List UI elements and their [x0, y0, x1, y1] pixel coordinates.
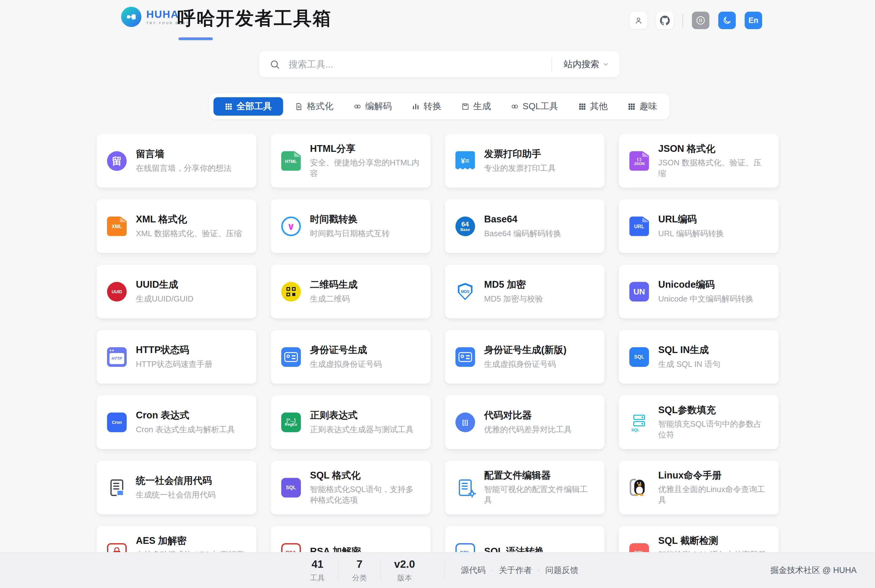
json-file-icon: {:}JSON	[629, 151, 649, 171]
tool-desc: MD5 加密与校验	[484, 294, 594, 304]
tool-card[interactable]: URL URL编码 URL 编码解码转换	[619, 200, 779, 253]
tool-card[interactable]: 身份证号生成 生成虚拟身份证号码	[271, 330, 431, 384]
tool-card[interactable]: ∨ 时间戳转换 时间戳与日期格式互转	[271, 200, 431, 253]
page-title: 呼哈开发者工具箱	[177, 8, 332, 30]
tool-title: 发票打印助手	[484, 148, 594, 159]
footer-link[interactable]: 关于作者	[499, 565, 532, 576]
tool-title: 时间戳转换	[310, 213, 420, 225]
user-button[interactable]	[630, 12, 647, 29]
search-scope-label: 站内搜索	[564, 58, 599, 70]
pause-button[interactable]	[692, 12, 709, 29]
xml-file-icon: XML	[107, 216, 127, 236]
tab-generate[interactable]: 生成	[453, 97, 499, 116]
search-icon	[270, 59, 280, 70]
search-scope-dropdown[interactable]: 站内搜索	[551, 57, 609, 72]
search-input[interactable]	[288, 59, 551, 70]
tool-card[interactable]: 统一社会信用代码 生成统一社会信用代码	[97, 461, 256, 514]
tool-card[interactable]: 身份证号生成(新版) 生成虚拟身份证号码	[445, 330, 605, 384]
footer-link[interactable]: 源代码	[461, 565, 485, 576]
tab-other[interactable]: 其他	[570, 97, 616, 116]
tool-desc: 生成虚拟身份证号码	[310, 359, 420, 370]
tool-title: HTTP状态码	[136, 344, 246, 356]
footer-link[interactable]: 问题反馈	[545, 565, 578, 576]
tool-card[interactable]: ¥= 发票打印助手 专业的发票打印工具	[445, 134, 605, 188]
tool-card[interactable]: {:}JSON JSON 格式化 JSON 数据格式化、验证、压缩	[619, 134, 779, 188]
language-button[interactable]: En	[745, 12, 762, 29]
sql-format-icon: SQL	[281, 478, 301, 498]
tool-desc: 生成 SQL IN 语句	[658, 359, 768, 370]
tool-card[interactable]: XML XML 格式化 XML 数据格式化、验证、压缩	[97, 200, 256, 253]
github-button[interactable]	[656, 12, 674, 29]
tool-desc: 正则表达式生成器与测试工具	[310, 424, 420, 435]
tool-title: HTML分享	[310, 143, 420, 154]
tool-title: 身份证号生成	[310, 344, 420, 356]
uuid-icon: UUID	[107, 282, 127, 302]
tool-card[interactable]: SQL SQL IN生成 生成 SQL IN 语句	[619, 330, 779, 384]
invoice-icon: ¥=	[455, 151, 475, 171]
footer: 41工具7分类v2.0版本 源代码·关于作者·问题反馈 掘金技术社区 @ HUH…	[0, 552, 875, 588]
tool-card[interactable]: Cron Cron 表达式 Cron 表达式生成与解析工具	[97, 395, 256, 449]
tool-desc: 生成虚拟身份证号码	[484, 359, 594, 370]
tool-title: SQL参数填充	[658, 404, 768, 416]
tool-desc: HTTP状态码速查手册	[136, 359, 246, 370]
tab-codec[interactable]: 编解码	[345, 97, 400, 116]
tool-title: 代码对比器	[484, 410, 594, 421]
footer-divider	[444, 562, 445, 579]
tool-desc: 优雅的代码差异对比工具	[484, 424, 594, 435]
tool-card[interactable]: UN Unicode编码 Unicode 中文编码解码转换	[619, 265, 779, 318]
clock-icon: ∨	[281, 216, 301, 236]
tool-title: XML 格式化	[136, 213, 246, 225]
tool-desc: 专业的发票打印工具	[484, 163, 594, 174]
tool-desc: 智能格式化SQL语句，支持多种格式化选项	[310, 484, 420, 506]
tab-fun[interactable]: 趣味	[620, 97, 665, 116]
tool-card[interactable]: [|] 代码对比器 优雅的代码差异对比工具	[445, 395, 605, 449]
moon-icon	[722, 16, 731, 25]
tab-convert[interactable]: 转换	[404, 97, 449, 116]
md5-shield-icon: MD5	[455, 282, 475, 302]
tool-desc: 智能可视化的配置文件编辑工具	[484, 484, 594, 506]
tool-card[interactable]: SQL SQL 格式化 智能格式化SQL语句，支持多种格式化选项	[271, 461, 431, 514]
message-wall-icon: 留	[107, 151, 127, 171]
base64-icon: 64Base	[455, 216, 475, 236]
tool-title: 身份证号生成(新版)	[484, 344, 594, 356]
tool-card[interactable]: [^...]RegEx 正则表达式 正则表达式生成器与测试工具	[271, 395, 431, 449]
code-diff-icon: [|]	[455, 412, 475, 432]
idcard-icon	[455, 347, 475, 367]
tool-card[interactable]: 二维码生成 生成二维码	[271, 265, 431, 318]
search-bar: 站内搜索	[259, 51, 620, 77]
idcard-icon	[281, 347, 301, 367]
plug-logo-icon	[121, 7, 141, 27]
tool-title: Base64	[484, 213, 594, 225]
tool-card[interactable]: UUID UUID生成 生成UUID/GUID	[97, 265, 256, 318]
tab-sql-tools[interactable]: SQL工具	[503, 97, 566, 116]
tool-card[interactable]: SQL SQL参数填充 智能填充SQL语句中的参数占位符	[619, 395, 779, 449]
tool-card[interactable]: 64Base Base64 Base64 编码解码转换	[445, 200, 605, 253]
language-label: En	[749, 16, 758, 25]
tool-title: 统一社会信用代码	[136, 475, 246, 486]
html-file-icon: HTML	[281, 151, 301, 171]
tab-format[interactable]: 格式化	[287, 97, 342, 116]
tool-desc: 在线留言墙，分享你的想法	[136, 163, 246, 174]
tool-card[interactable]: Linux命令手册 优雅且全面的Linux命令查询工具	[619, 461, 779, 514]
tool-desc: Cron 表达式生成与解析工具	[136, 424, 246, 435]
tool-title: JSON 格式化	[658, 143, 768, 154]
tool-card[interactable]: HTTP HTTP状态码 HTTP状态码速查手册	[97, 330, 256, 384]
tool-card[interactable]: MD5 MD5 加密 MD5 加密与校验	[445, 265, 605, 318]
theme-toggle-button[interactable]	[718, 12, 736, 29]
tool-desc: 生成统一社会信用代码	[136, 489, 246, 500]
page: HUHA TRY YOUR BEST 呼哈开发者工具箱	[0, 0, 875, 588]
tool-title: AES 加解密	[136, 535, 246, 546]
tool-desc: 时间戳与日期格式互转	[310, 228, 420, 239]
grid-icon	[578, 102, 586, 111]
tab-all-tools[interactable]: 全部工具	[213, 97, 283, 116]
tool-card[interactable]: HTML HTML分享 安全、便捷地分享您的HTML内容	[271, 134, 431, 188]
footer-links: 源代码·关于作者·问题反馈	[461, 565, 578, 576]
tool-card[interactable]: 留 留言墙 在线留言墙，分享你的想法	[97, 134, 256, 188]
github-icon	[660, 16, 670, 26]
header-actions: En	[630, 12, 762, 29]
tool-title: UUID生成	[136, 279, 246, 290]
save-icon	[461, 102, 469, 111]
header-divider	[682, 14, 683, 27]
tool-desc: 智能填充SQL语句中的参数占位符	[658, 418, 768, 440]
tool-card[interactable]: 配置文件编辑器 智能可视化的配置文件编辑工具	[445, 461, 605, 514]
